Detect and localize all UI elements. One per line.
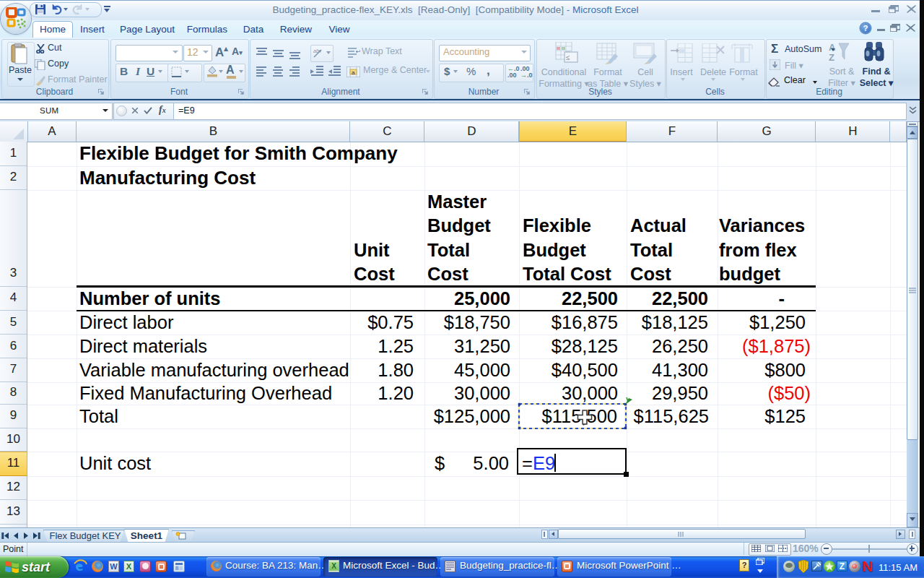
svg-text:A: A [829, 42, 836, 53]
svg-text:↩: ↩ [356, 48, 360, 55]
svg-text:ab: ab [313, 48, 319, 53]
svg-text:Z: Z [829, 52, 834, 62]
svg-text:a: a [352, 69, 355, 76]
svg-text:≤: ≤ [566, 53, 570, 61]
